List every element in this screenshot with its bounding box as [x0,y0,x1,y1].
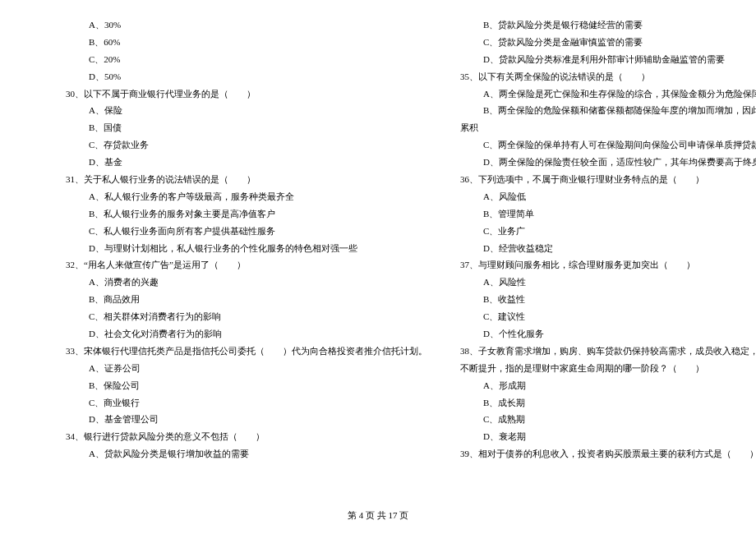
option: A、形成期 [460,377,756,394]
option: A、风险低 [460,188,756,205]
option: D、贷款风险分类标准是利用外部审计师辅助金融监管的需要 [460,51,756,68]
option: B、收益性 [460,291,756,308]
option: C、相关群体对消费者行为的影响 [66,308,427,325]
option: A、贷款风险分类是银行增加收益的需要 [66,445,427,463]
option: A、两全保险是死亡保险和生存保险的综合，其保险金额分为危险保障保额和储蓄保额 [460,85,756,103]
option: B、60% [66,34,427,51]
question-stem: 37、与理财顾问服务相比，综合理财服务更加突出（ ） [460,256,756,274]
option: D、50% [66,68,427,85]
option: B、两全保险的危险保额和储蓄保额都随保险年度的增加而增加，因此，其现金价值也逐渐 [460,102,756,119]
question-stem: 31、关于私人银行业务的说法错误的是（ ） [66,171,427,188]
question-stem: 36、下列选项中，不属于商业银行理财业务特点的是（ ） [460,171,756,188]
option: A、风险性 [460,274,756,291]
option: B、成长期 [460,394,756,412]
option-continuation: 累积 [460,119,756,136]
option: B、国债 [66,119,427,136]
option: D、与理财计划相比，私人银行业务的个性化服务的特色相对强一些 [66,240,427,257]
option: A、保险 [66,102,427,119]
left-column: A、30% B、60% C、20% D、50% 30、以下不属于商业银行代理业务… [66,16,444,463]
option: B、贷款风险分类是银行稳健经营的需要 [460,16,756,34]
option: A、消费者的兴趣 [66,274,427,291]
option: C、私人银行业务面向所有客户提供基础性服务 [66,223,427,240]
option: D、衰老期 [460,428,756,445]
option: A、30% [66,16,427,34]
question-stem: 32、“用名人来做宣传广告”是运用了（ ） [66,256,427,274]
option: A、证券公司 [66,360,427,377]
option: C、建议性 [460,308,756,325]
question-stem: 33、宋体银行代理信托类产品是指信托公司委托（ ）代为向合格投资者推介信托计划。 [66,343,427,360]
question-stem-cont: 不断提升，指的是理财中家庭生命周期的哪一阶段？（ ） [460,360,756,377]
question-stem: 38、子女教育需求增加，购房、购车贷款仍保持较高需求，成员收入稳定，家庭风险承受… [460,343,756,360]
question-stem: 30、以下不属于商业银行代理业务的是（ ） [66,85,427,103]
option: C、两全保险的保单持有人可在保险期间向保险公司申请保单质押贷款 [460,136,756,154]
option: D、两全保险的保险责任较全面，适应性较广，其年均保费要高于终身寿险 [460,154,756,171]
option: D、基金管理公司 [66,411,427,428]
question-stem: 35、以下有关两全保险的说法错误的是（ ） [460,68,756,85]
option: D、社会文化对消费者行为的影响 [66,325,427,343]
question-stem: 39、相对于债券的利息收入，投资者购买股票最主要的获利方式是（ ） [460,445,756,463]
option: B、保险公司 [66,377,427,394]
option: B、管理简单 [460,205,756,223]
option: C、成熟期 [460,411,756,428]
option: C、存贷款业务 [66,136,427,154]
option: D、经营收益稳定 [460,240,756,257]
option: C、20% [66,51,427,68]
question-stem: 34、银行进行贷款风险分类的意义不包括（ ） [66,428,427,445]
option: A、私人银行业务的客户等级最高，服务种类最齐全 [66,188,427,205]
page-footer: 第 4 页 共 17 页 [0,507,756,524]
option: D、个性化服务 [460,325,756,343]
option: B、私人银行业务的服务对象主要是高净值客户 [66,205,427,223]
option: D、基金 [66,154,427,171]
option: C、商业银行 [66,394,427,412]
page-content: A、30% B、60% C、20% D、50% 30、以下不属于商业银行代理业务… [0,0,756,463]
option: B、商品效用 [66,291,427,308]
option: C、业务广 [460,223,756,240]
option: C、贷款风险分类是金融审慎监管的需要 [460,34,756,51]
right-column: B、贷款风险分类是银行稳健经营的需要 C、贷款风险分类是金融审慎监管的需要 D、… [444,16,756,463]
